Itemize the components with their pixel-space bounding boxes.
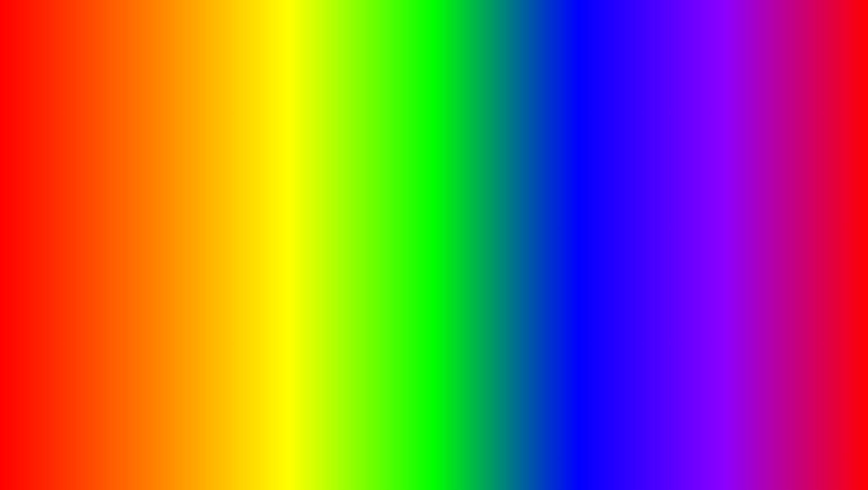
auto-insane-label: Auto Insane Dungeon [352,240,399,245]
thumbnail-anime-text: ANIME [788,316,801,321]
close-button[interactable]: ✕ [299,143,305,149]
auto-farm-current-toggle[interactable] [289,248,305,256]
save-pos-label: Save Pos To Teleport Back [352,169,411,174]
leave-easy-label: Leave Easy Dungeon At [352,183,405,188]
panel-right-title: Platinium - Anime Warriors Simulator 2 -… [362,143,474,149]
auto-collect-toggle[interactable] [289,233,305,241]
save-pos-row: Save Pos To Teleport Back button [346,165,520,178]
panel-right: Platinium - Anime Warriors Simulator 2 -… [345,138,521,278]
auto-close-toggle[interactable] [502,253,515,260]
title-anime-warriors: ANIME WARRIORS [177,13,691,80]
svg-point-5 [796,284,799,286]
time-between-label: Time Between Another Mob [152,181,212,187]
auto-farm-bottom: AUTO FARM SCRIPT PASTEBIN [145,407,724,464]
work-text: WORK [581,174,707,210]
back-world-value: Slect A World Pls! [470,156,510,162]
save-pos-value[interactable]: button [501,169,515,174]
mobile-text-right: MOBILE [581,210,707,245]
svg-rect-1 [787,294,803,309]
hamburger-icon-right[interactable] [352,144,358,148]
auto-farm-selected-toggle[interactable] [289,263,305,271]
leave-easy-row: Leave Easy Dungeon At 10 Room [346,178,520,194]
panel-left-controls: 🔍 ⊞ ✕ [281,143,305,149]
back-world-row: Back World After Dungeon Slect A World P… [346,153,520,165]
farm-text: FARM [293,407,433,464]
leave-insane-label: Leave Insane Dungeon At [352,200,409,205]
svg-point-4 [791,284,793,286]
leave-insane-row: Leave Insane Dungeon At 10 Room [346,194,520,211]
auto-insane-toggle[interactable] [502,239,515,246]
auto-close-row: Auto Close Dungeon Results [346,249,520,263]
auto-collect-row: Auto Collect Coins [146,230,311,245]
panel-right-header: Platinium - Anime Warriors Simulator 2 -… [346,139,520,153]
auto-farm-current-label: Auto Farm Current World [152,249,207,254]
panel-left-title: Platinium - Anime Warriors Simulator 2 -… [161,143,274,149]
panel-left: Platinium - Anime Warriors Simulator 2 -… [145,138,312,275]
troop-chevron[interactable]: Troop [288,167,305,173]
script-text: SCRIPT [442,424,558,460]
auto-click-row: Auto Click [146,215,311,230]
chevron-up-auto-icon[interactable] [176,208,179,213]
back-world-value-chevron[interactable]: Slect A World Pls! [470,156,515,162]
search-button-right[interactable]: 🔍 [490,143,497,149]
section-auto-header: Auto Farm [146,204,311,215]
panel-left-header-left: Platinium - Anime Warriors Simulator 2 -… [152,143,274,149]
search-button[interactable]: 🔍 [281,143,287,149]
auto-skip-label: Auto Skip Room 50 Easy Dungeon [352,267,428,273]
thumbnail: ANIME WARRIORS 2 [752,255,837,341]
auto-text: AUTO [145,407,284,464]
auto-farm-selected-row: Auto Farm Selected Mobs [146,259,311,274]
thumbnail-character [777,275,813,315]
refresh-label: Refresh Mobs List [152,195,192,200]
panel-left-header: Platinium - Anime Warriors Simulator 2 -… [146,139,311,153]
auto-collect-label: Auto Collect Coins [152,234,192,240]
section-dungeon-header: Auto Dungeon [346,211,520,222]
auto-skip-toggle[interactable] [502,267,515,274]
thumbnail-inner: ANIME WARRIORS 2 [753,257,836,339]
panel-right-controls: 🔍 ⊞ ✕ [490,143,515,149]
section-farm-header: Auto Farm Settings [146,153,311,164]
mobs-list-label: Mobs List [152,167,173,173]
work-mobile-label: WORK MOBILE [581,174,707,245]
chevron-up-icon[interactable] [302,167,305,173]
auto-click-toggle[interactable] [289,218,305,226]
close-button-right[interactable]: ✕ [508,143,515,149]
chevron-down-icon[interactable] [196,157,199,162]
refresh-row: Refresh Mobs List Button [146,192,311,204]
time-between-row: Time Between Another Mob 5 Seconds [146,176,311,192]
leave-easy-input[interactable]: 10 Room [456,181,515,191]
auto-close-label: Auto Close Dungeon Results [352,254,415,259]
thumbnail-label: ANIME WARRIORS 2 [782,315,807,336]
auto-farm-current-row: Auto Farm Current World [146,245,311,259]
auto-easy-label: Auto Easy Dungeon [352,226,396,231]
section-farm-label: Auto Farm Settings [152,157,194,162]
back-world-label: Back World After Dungeon [352,156,410,162]
time-between-value[interactable]: 5 Seconds [251,179,305,188]
troop-value: Troop [288,167,300,173]
thumbnail-num: 2 [792,325,797,335]
mobs-list-row: Mobs List Troop [146,164,311,176]
chevron-up-dungeon-icon[interactable] [385,214,388,220]
panel-right-header-left: Platinium - Anime Warriors Simulator 2 -… [352,143,474,149]
pastebin-text: PASTEBIN [567,424,724,460]
title-simulator: SIMULATOR 2 [284,73,585,125]
copy-button[interactable]: ⊞ [290,143,296,149]
auto-easy-toggle[interactable] [502,225,515,232]
auto-farm-selected-label: Auto Farm Selected Mobs [152,264,209,269]
background: WARRIORS ANIME WARRIORS SIMULATOR 2 MOBI… [4,4,864,486]
auto-skip-row: Auto Skip Room 50 Easy Dungeon [346,263,520,277]
section-dungeon-label: Auto Dungeon [352,214,383,220]
mobile-text: MOBILE [31,174,157,210]
thumbnail-warriors-text: WARRIORS [785,321,805,325]
auto-insane-row: Auto Insane Dungeon [346,236,520,249]
copy-button-right[interactable]: ⊞ [499,143,506,149]
back-world-chevron-up[interactable] [511,156,515,162]
svg-point-3 [788,276,801,285]
leave-insane-input[interactable]: 10 Room [456,197,515,207]
refresh-value[interactable]: Button [291,195,305,200]
auto-click-label: Auto Click [152,219,174,225]
section-auto-label: Auto Farm [152,208,174,213]
hamburger-icon[interactable] [152,144,158,148]
auto-easy-row: Auto Easy Dungeon [346,222,520,236]
